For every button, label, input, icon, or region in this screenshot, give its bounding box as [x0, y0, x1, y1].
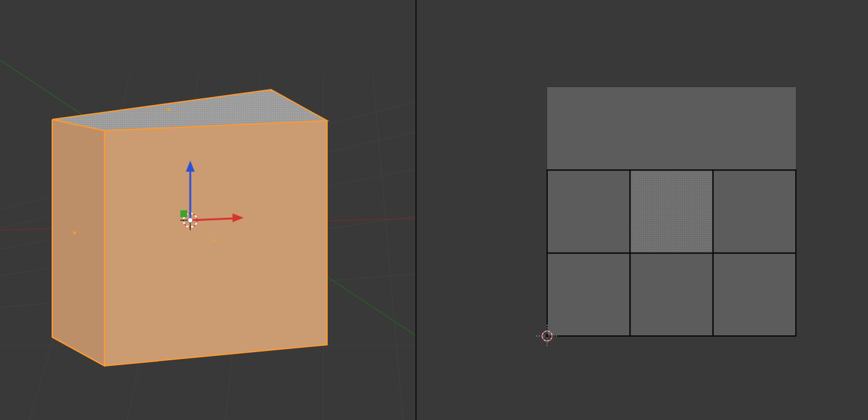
svg-rect-16 [167, 108, 170, 111]
uv-face-bot-left[interactable] [547, 253, 630, 336]
cube-face-left[interactable] [52, 119, 104, 366]
uv-editor[interactable] [417, 0, 868, 420]
svg-line-10 [373, 75, 404, 420]
uv-face-mid-center[interactable] [630, 170, 713, 253]
uv-face-bot-right[interactable] [713, 253, 796, 336]
uv-faces[interactable] [547, 87, 796, 336]
cube-mesh[interactable] [52, 90, 327, 366]
svg-rect-17 [73, 231, 76, 234]
viewport-3d-canvas[interactable] [0, 0, 415, 420]
uv-face-mid-right[interactable] [713, 170, 796, 253]
cube-face-front[interactable] [104, 121, 327, 366]
svg-rect-28 [180, 210, 187, 217]
uv-editor-canvas[interactable] [417, 0, 868, 420]
uv-face-mid-left[interactable] [547, 170, 630, 253]
gizmo-axis-y[interactable] [180, 210, 187, 217]
gizmo-origin[interactable] [188, 218, 193, 223]
uv-face-bot-center[interactable] [630, 253, 713, 336]
uv-face-top-row[interactable] [547, 87, 796, 170]
blender-workspace [0, 0, 868, 420]
svg-rect-18 [213, 239, 215, 241]
viewport-3d[interactable] [0, 0, 415, 420]
